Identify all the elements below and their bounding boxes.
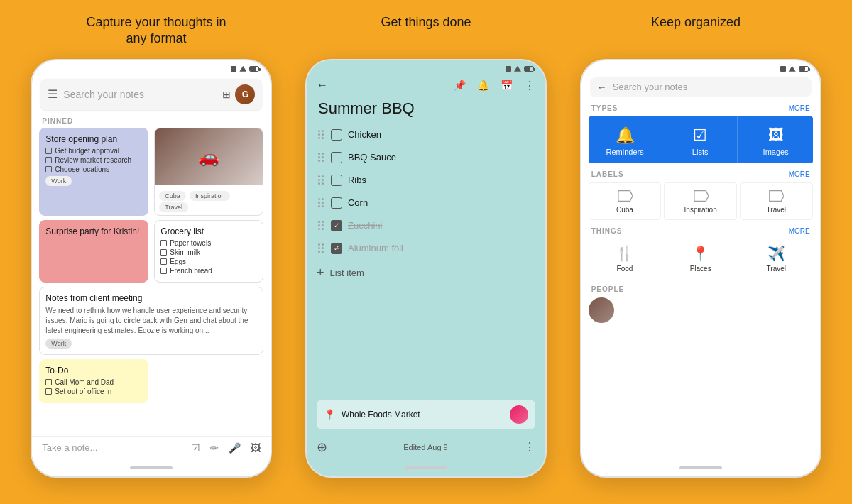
grid-view-icon[interactable]: ⊞ — [222, 89, 231, 100]
checkbox-checked[interactable] — [331, 220, 342, 231]
add-list-item[interactable]: + List item — [312, 260, 540, 286]
signal-icon — [231, 66, 236, 72]
note-client-meeting[interactable]: Notes from client meeting We need to ret… — [39, 287, 263, 355]
note-store-opening[interactable]: Store opening plan Get budget approval R… — [39, 128, 148, 216]
search-input-1[interactable]: Search your notes — [63, 89, 217, 100]
search-bar-1[interactable]: ☰ Search your notes ⊞ G — [40, 79, 262, 110]
note-grocery[interactable]: Grocery list Paper towels Skim milk Eggs… — [154, 220, 263, 283]
note-item: Choose locations — [45, 165, 142, 173]
checklist-item-aluminum[interactable]: Aluminum foil — [312, 237, 540, 260]
image-icon[interactable]: 🖼 — [251, 442, 261, 454]
tag-inspiration[interactable]: Inspiration — [190, 191, 231, 201]
phone-2-content: ← 📌 🔔 📅 ⋮ Summer BBQ — [307, 75, 545, 459]
checklist-item-chicken[interactable]: Chicken — [312, 124, 540, 146]
label-travel[interactable]: Travel — [740, 182, 813, 220]
home-indicator-3 — [581, 459, 820, 476]
header-right: Keep organized — [568, 14, 824, 48]
search-input-3[interactable]: Search your notes — [613, 82, 804, 92]
note-title: To-Do — [45, 366, 142, 376]
note-photo[interactable]: Cuba Inspiration Travel — [154, 128, 263, 216]
label-cuba[interactable]: Cuba — [589, 182, 662, 220]
back-arrow-icon[interactable]: ← — [317, 79, 328, 92]
avatar[interactable]: G — [235, 84, 255, 104]
status-bar-2 — [307, 60, 545, 75]
person-avatar[interactable] — [589, 297, 614, 323]
note-item: Eggs — [160, 258, 257, 265]
note-surprise-party[interactable]: Surprise party for Kristin! — [39, 220, 148, 283]
checklist-item-ribs[interactable]: Ribs — [312, 169, 540, 192]
travel-icon: ✈️ — [768, 245, 785, 262]
drag-handle — [317, 198, 325, 207]
type-label: Images — [763, 148, 789, 156]
pinned-label: PINNED — [32, 116, 271, 128]
label-shape-icon — [617, 189, 633, 203]
item-text: Aluminum foil — [348, 243, 403, 253]
status-bar-3 — [581, 60, 820, 75]
item-text: Corn — [348, 197, 368, 208]
checkbox[interactable] — [331, 152, 342, 163]
home-bar — [679, 466, 722, 469]
take-note-text: Take a note... — [42, 442, 182, 453]
take-note-bar[interactable]: Take a note... ☑ ✏ 🎤 🖼 — [32, 436, 271, 459]
wifi-icon — [789, 66, 796, 72]
checklist-item-bbqsauce[interactable]: BBQ Sauce — [312, 146, 540, 169]
tag-work[interactable]: Work — [45, 339, 72, 349]
tag-cuba[interactable]: Cuba — [159, 191, 186, 201]
people-label: PEOPLE — [591, 285, 625, 293]
label-inspiration[interactable]: Inspiration — [664, 182, 737, 220]
remind-icon[interactable]: 🔔 — [477, 80, 489, 91]
tag-work[interactable]: Work — [45, 176, 72, 186]
drag-handle — [317, 153, 325, 162]
checkbox[interactable] — [331, 175, 342, 186]
checkbox — [160, 268, 167, 274]
mic-icon[interactable]: 🎤 — [229, 442, 241, 454]
lists-icon: ☑ — [693, 126, 707, 145]
toolbar-icons: 📌 🔔 📅 ⋮ — [454, 79, 535, 92]
type-lists[interactable]: ☑ Lists — [664, 116, 738, 163]
note-item: Get budget approval — [45, 147, 142, 155]
checklist-item-zucchini[interactable]: Zucchini — [312, 214, 540, 237]
phone-1-content: ☰ Search your notes ⊞ G PINNED Store ope… — [32, 75, 271, 436]
things-more-button[interactable]: MORE — [789, 227, 810, 235]
home-bar — [130, 466, 173, 469]
take-note-actions: ☑ ✏ 🎤 🖼 — [191, 442, 261, 454]
tag-travel[interactable]: Travel — [159, 202, 188, 212]
type-images[interactable]: 🖼 Images — [739, 116, 813, 163]
checkbox[interactable] — [331, 197, 342, 209]
pencil-icon[interactable]: ✏ — [210, 442, 219, 454]
note-toolbar: ← 📌 🔔 📅 ⋮ — [307, 75, 545, 97]
archive-icon[interactable]: 📅 — [501, 80, 513, 91]
search-bar-3[interactable]: ← Search your notes — [590, 77, 812, 97]
labels-more-button[interactable]: MORE — [789, 170, 810, 178]
notes-grid-bottom: To-Do Call Mom and Dad Set out of office… — [32, 359, 271, 403]
note-title: Store opening plan — [45, 134, 142, 144]
labels-label: LABELS — [591, 170, 624, 178]
thing-travel[interactable]: ✈️ Travel — [740, 239, 813, 278]
things-section-header: THINGS MORE — [581, 224, 820, 238]
label-name: Inspiration — [684, 206, 717, 214]
more-icon[interactable]: ⋮ — [524, 79, 535, 92]
thing-places[interactable]: 📍 Places — [664, 239, 737, 278]
images-icon: 🖼 — [768, 126, 784, 145]
hamburger-icon[interactable]: ☰ — [48, 87, 58, 101]
things-grid: 🍴 Food 📍 Places ✈️ Travel — [589, 239, 813, 278]
status-bar-1 — [32, 60, 271, 75]
note-todo[interactable]: To-Do Call Mom and Dad Set out of office… — [39, 359, 148, 403]
thing-food[interactable]: 🍴 Food — [589, 239, 662, 278]
checkbox-icon[interactable]: ☑ — [191, 442, 200, 454]
pin-icon[interactable]: 📌 — [454, 80, 466, 91]
edited-text: Edited Aug 9 — [403, 443, 447, 451]
checkbox-checked[interactable] — [331, 243, 342, 254]
types-more-button[interactable]: MORE — [789, 104, 810, 112]
more-options-icon[interactable]: ⋮ — [524, 440, 535, 454]
battery-icon — [524, 66, 534, 72]
back-arrow-icon[interactable]: ← — [597, 82, 607, 93]
add-content-icon[interactable]: ⊕ — [317, 439, 327, 455]
type-reminders[interactable]: 🔔 Reminders — [589, 116, 662, 163]
checkbox — [45, 157, 52, 163]
checklist-item-corn[interactable]: Corn — [312, 192, 540, 214]
location-bar[interactable]: 📍 Whole Foods Market — [317, 400, 535, 429]
checkbox — [45, 388, 52, 395]
checkbox[interactable] — [331, 129, 342, 141]
phone-3: ← Search your notes TYPES MORE 🔔 Reminde… — [580, 59, 821, 478]
